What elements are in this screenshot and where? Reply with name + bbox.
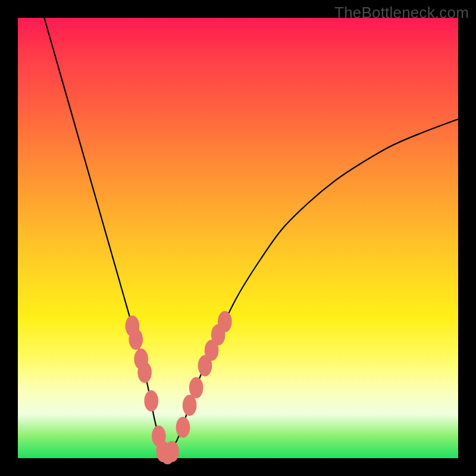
bottleneck-curve <box>44 18 458 454</box>
curve-marker <box>144 390 158 412</box>
curve-marker <box>218 311 232 333</box>
plot-area <box>18 18 458 458</box>
curve-marker <box>165 441 179 462</box>
outer-frame: TheBottleneck.com <box>0 0 476 476</box>
curve-marker <box>189 377 203 399</box>
curve-svg <box>18 18 458 458</box>
curve-marker <box>176 416 190 438</box>
curve-marker <box>129 328 143 350</box>
watermark-text: TheBottleneck.com <box>334 4 469 22</box>
curve-markers <box>126 311 232 465</box>
curve-marker <box>137 362 152 383</box>
